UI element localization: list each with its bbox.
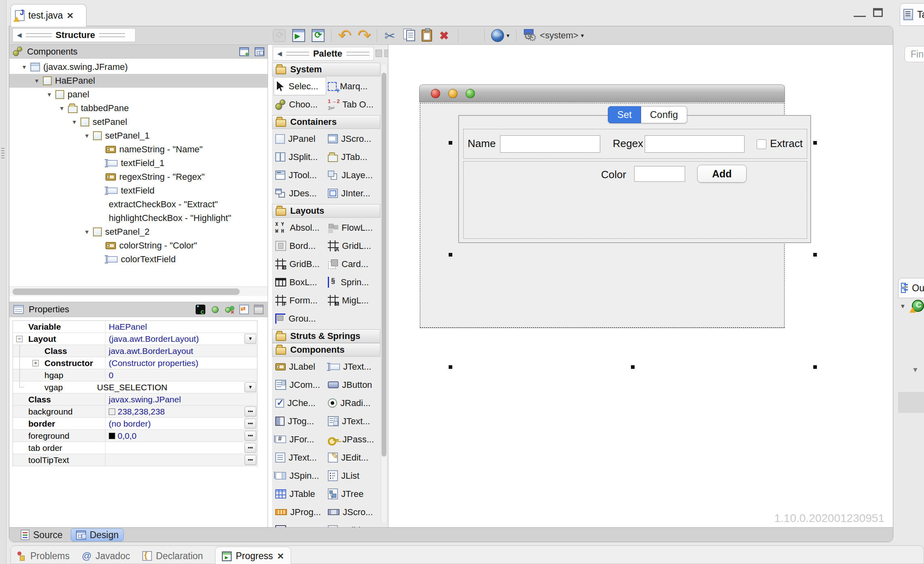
tree-item[interactable]: ▼setPanel_1 [9, 129, 268, 143]
tree-expander-icon[interactable]: ▼ [84, 133, 93, 139]
scrollbar-thumb[interactable] [13, 288, 240, 295]
property-row[interactable]: hgap0 [13, 369, 257, 381]
externalize-button[interactable] [464, 28, 479, 43]
palette-item-migl[interactable]: MigL... [326, 291, 379, 309]
find-box[interactable]: Fin [905, 46, 924, 62]
palette-item-jpanel[interactable]: JPanel [274, 130, 326, 148]
property-value[interactable]: USE_SELECTION [94, 381, 243, 393]
palette-item-form[interactable]: Form... [274, 291, 326, 309]
resize-handle[interactable] [813, 253, 817, 257]
tree-expander-icon[interactable]: ▼ [72, 119, 80, 125]
palette-item-jtext[interactable]: JText... [326, 358, 379, 376]
property-row[interactable]: tab order••• [13, 442, 257, 454]
designed-setpanel2[interactable]: Color Add [463, 161, 807, 239]
tree-item[interactable]: textField [9, 184, 268, 198]
property-value[interactable]: (java.awt.BorderLayout) [105, 333, 243, 345]
tree-expander-icon[interactable]: ▼ [84, 229, 93, 235]
collapse-left-icon[interactable]: ◀ [17, 32, 22, 39]
view-tab-javadoc[interactable]: Javadoc [82, 551, 130, 562]
property-value[interactable]: HaEPanel [105, 321, 243, 333]
ellipsis-button[interactable]: ••• [245, 431, 256, 441]
palette-item-jcom[interactable]: JCom... [274, 376, 326, 394]
palette-item-jsep[interactable]: JSep... [274, 521, 326, 527]
palette-section-header[interactable]: Layouts [272, 204, 380, 218]
resize-handle[interactable] [813, 141, 817, 145]
designed-color-label[interactable]: Color [601, 168, 626, 181]
expand-all-icon[interactable] [239, 47, 249, 56]
defaults-icon[interactable] [254, 305, 264, 314]
property-row[interactable]: toolTipText••• [13, 454, 257, 466]
scrollbar-thumb[interactable] [382, 73, 386, 457]
parse-button[interactable] [272, 28, 287, 43]
palette-item-grou[interactable]: Grou... [274, 309, 326, 328]
property-value[interactable] [105, 454, 243, 466]
palette-item-jtree[interactable]: JTree [326, 485, 379, 503]
tree-expander-icon[interactable]: ▼ [21, 64, 30, 70]
palette-item-jtool[interactable]: JTool... [274, 166, 326, 184]
tree-expander-icon[interactable]: ▼ [34, 78, 43, 84]
tree-item[interactable]: colorTextField [9, 253, 268, 266]
palette-item-bord[interactable]: Bord... [274, 237, 326, 255]
tree-item[interactable]: ▼(javax.swing.JFrame) [9, 60, 268, 74]
outline-expander-icon[interactable]: ▼ [912, 366, 919, 374]
palette-item-jtog[interactable]: JTog... [274, 412, 326, 430]
show-events-icon[interactable] [210, 305, 220, 314]
tree-item[interactable]: textField_1 [9, 156, 268, 170]
tree-item[interactable]: extractCheckBox - "Extract" [9, 198, 268, 211]
outline-class-row[interactable]: ▼ [900, 300, 924, 312]
property-row[interactable]: −Layout(java.awt.BorderLayout)▼ [13, 333, 257, 345]
tree-item[interactable]: ▼panel [9, 88, 268, 101]
delete-button[interactable] [438, 28, 452, 43]
globe-button[interactable]: ▾ [490, 28, 511, 43]
resize-handle[interactable] [449, 141, 452, 145]
tree-expander-icon[interactable]: ▼ [46, 91, 55, 98]
palette-item-marq[interactable]: Marq... [326, 77, 379, 95]
palette-item-jpass[interactable]: JPass... [326, 430, 379, 448]
property-row[interactable]: border(no border)••• [13, 418, 257, 430]
resize-handle[interactable] [631, 365, 635, 369]
ellipsis-button[interactable]: ••• [245, 443, 256, 453]
palette-item-jsplit[interactable]: JSplit... [274, 148, 326, 166]
palette-section-header[interactable]: Containers [272, 115, 380, 129]
collapse-palette-icon[interactable]: ◀ [277, 50, 282, 57]
palette-item-jdes[interactable]: JDes... [274, 184, 326, 202]
tab-config[interactable]: Config [641, 106, 687, 123]
property-row[interactable]: foreground0,0,0••• [13, 430, 257, 442]
cut-button[interactable] [383, 28, 397, 43]
property-value[interactable]: (no border) [105, 418, 243, 429]
dropdown-button[interactable]: ▼ [245, 334, 256, 344]
goto-definition-icon[interactable] [225, 305, 234, 314]
view-tab-problems[interactable]: Problems [17, 551, 70, 562]
palette-section-header[interactable]: System [272, 63, 380, 76]
tree-item[interactable]: ▼setPanel_2 [9, 225, 268, 239]
ellipsis-button[interactable]: ••• [245, 419, 256, 429]
close-icon[interactable]: ✕ [277, 552, 284, 560]
minimize-icon[interactable] [854, 7, 866, 17]
property-row[interactable]: VariableHaEPanel [13, 321, 257, 333]
outline-view-tab[interactable]: Ou [898, 278, 924, 298]
close-icon[interactable]: ✕ [67, 11, 74, 20]
designed-extract-label[interactable]: Extract [770, 137, 803, 150]
designed-add-button[interactable]: Add [697, 165, 747, 183]
design-canvas[interactable]: Set Config Name Regex Extract Color [389, 45, 891, 527]
designed-regex-textfield[interactable] [645, 135, 745, 153]
palette-item-jlaye[interactable]: JLaye... [326, 166, 379, 184]
tree-item[interactable]: highlightCheckBox - "Highlight" [9, 211, 268, 225]
mode-tab-design[interactable]: Design [71, 528, 124, 541]
maximize-icon[interactable] [873, 8, 883, 17]
tasks-view-tab[interactable]: Ta [900, 3, 924, 26]
expander-icon[interactable]: ▼ [900, 303, 909, 309]
palette-section-header[interactable]: Components [272, 343, 380, 357]
property-value[interactable]: 238,238,238 [105, 406, 243, 417]
copy-button[interactable] [402, 29, 416, 42]
redo-button[interactable] [357, 28, 371, 43]
palette-item-selec[interactable]: Selec... [274, 77, 326, 95]
palette-item-jfor[interactable]: JFor... [274, 430, 326, 448]
tree-horizontal-scrollbar[interactable] [9, 286, 268, 296]
view-tab-progress[interactable]: Progress✕ [215, 547, 291, 564]
palette-item-jprog[interactable]: JProg... [274, 503, 326, 521]
designed-regex-label[interactable]: Regex [613, 137, 643, 150]
designed-set-panel[interactable]: Name Regex Extract Color Add [458, 115, 811, 243]
undo-button[interactable] [337, 28, 352, 43]
tree-item[interactable]: nameString - "Name" [9, 143, 268, 156]
